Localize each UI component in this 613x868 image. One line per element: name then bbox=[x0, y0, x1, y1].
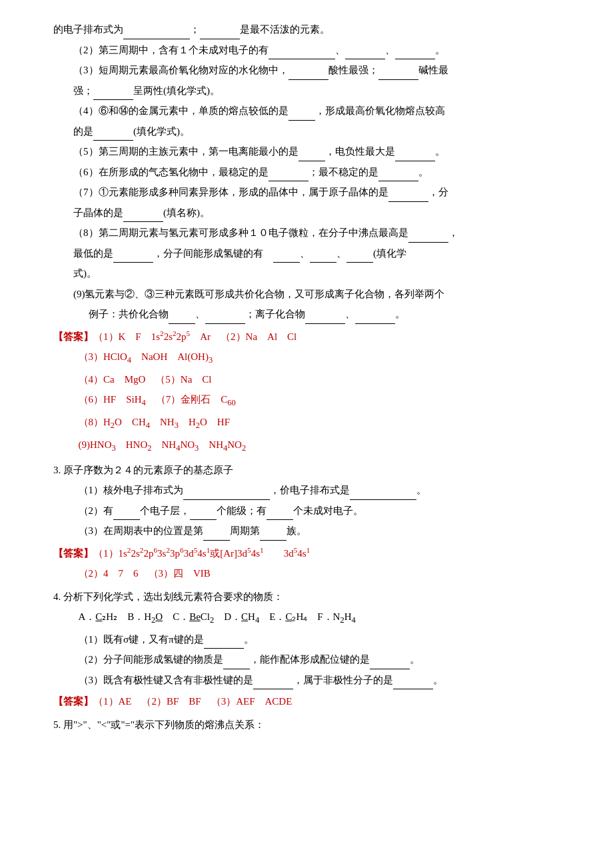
question-9a: (9)氢元素与②、③三种元素既可形成共价化合物，又可形成离子化合物，各列举两个 bbox=[53, 285, 573, 304]
intro-line1: 的电子排布式为；是最不活泼的元素。 bbox=[53, 20, 573, 39]
q3-title: 3. 原子序数为２４的元素原子的基态原子 bbox=[53, 461, 573, 480]
answer-3: （3）HClO4 NaOH Al(OH)3 bbox=[53, 347, 573, 369]
q4-2: （2）分子间能形成氢键的物质是，能作配体形成配位键的是。 bbox=[53, 650, 573, 669]
question-4a: （4）⑥和⑭的金属元素中，单质的熔点较低的是，形成最高价氧化物熔点较高 bbox=[53, 101, 573, 121]
question-7b: 子晶体的是(填名称)。 bbox=[53, 203, 573, 223]
answer-8: （8）H2O CH4 NH3 H2O HF bbox=[53, 413, 573, 434]
question-3a: （3）短周期元素最高价氧化物对应的水化物中，酸性最强；碱性最 bbox=[53, 61, 573, 80]
question-8c: 式)。 bbox=[53, 264, 573, 283]
answer-6-7: （6）HF SiH4 （7）金刚石 C60 bbox=[53, 390, 573, 411]
answer-label-1: 【答案】 bbox=[53, 331, 93, 342]
answer-9: (9)HNO3 HNO2 NH4NO3 NH4NO2 bbox=[53, 435, 573, 457]
q5-title: 5. 用">"、"<"或"="表示下列物质的熔沸点关系： bbox=[53, 715, 573, 735]
q4-1: （1）既有σ键，又有π键的是。 bbox=[53, 630, 573, 649]
answer-3-2-3: （2）4 7 6 （3）四 VIB bbox=[53, 564, 573, 583]
q4-3: （3）既含有极性键又含有非极性键的是，属于非极性分子的是。 bbox=[53, 671, 573, 690]
question-7a: （7）①元素能形成多种同素异形体，形成的晶体中，属于原子晶体的是，分 bbox=[53, 183, 573, 202]
q4-options: A．C₂H₂ B．H2O C．BeCl2 D．CH4 E．C₂H₄ F．N2H4 bbox=[53, 607, 573, 629]
answer-4-5: （4）Ca MgO （5）Na Cl bbox=[53, 370, 573, 389]
question-4b: 的是(填化学式)。 bbox=[53, 122, 573, 141]
question-8b: 最低的是，分子间能形成氢键的有 、、(填化学 bbox=[53, 244, 573, 263]
answer-label-3: 【答案】 bbox=[53, 548, 93, 559]
answer-label-4: 【答案】 bbox=[53, 696, 93, 707]
answer-block-4: 【答案】（1）AE （2）BF BF （3）AEF ACDE bbox=[53, 692, 573, 711]
q3-1: （1）核外电子排布式为，价电子排布式是。 bbox=[53, 481, 573, 500]
question-3b: 强；呈两性(填化学式)。 bbox=[53, 81, 573, 101]
q3-2: （2）有个电子层，个能级；有个未成对电子。 bbox=[53, 501, 573, 521]
q3-3: （3）在周期表中的位置是第周期第族。 bbox=[53, 521, 573, 541]
question-9b: 例子：共价化合物、；离子化合物、。 bbox=[53, 305, 573, 324]
question-6: （6）在所形成的气态氢化物中，最稳定的是；最不稳定的是。 bbox=[53, 163, 573, 182]
answer-block-3: 【答案】（1）1s22s22p63s23p63d54s1或[Ar]3d54s1 … bbox=[53, 543, 573, 563]
page-content: 的电子排布式为；是最不活泼的元素。 （2）第三周期中，含有１个未成对电子的有、、… bbox=[53, 20, 573, 734]
question-5: （5）第三周期的主族元素中，第一电离能最小的是，电负性最大是。 bbox=[53, 142, 573, 161]
answer-block-1: 【答案】（1）K F 1s22s22p5 Ar （2）Na Al Cl bbox=[53, 327, 573, 347]
question-2: （2）第三周期中，含有１个未成对电子的有、、。 bbox=[53, 41, 573, 60]
q4-title: 4. 分析下列化学式，选出划线元素符合要求的物质： bbox=[53, 587, 573, 607]
question-8a: （8）第二周期元素与氢元素可形成多种１０电子微粒，在分子中沸点最高是， bbox=[53, 223, 573, 243]
